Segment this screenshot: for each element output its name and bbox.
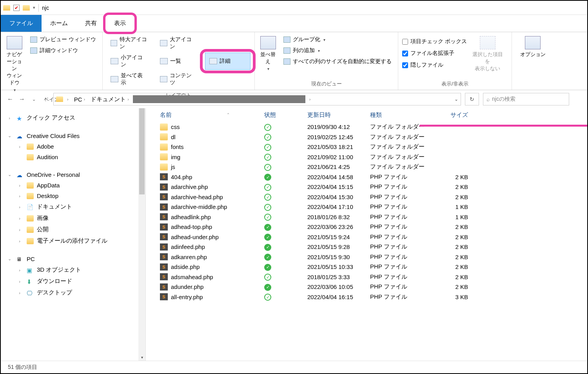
hidden-files-toggle[interactable]: 隠しファイル — [402, 60, 467, 70]
col-date[interactable]: 更新日時 — [307, 111, 370, 119]
ribbon-group-currentview-label: 現在のビュー — [255, 79, 398, 90]
sidebar-item[interactable]: ›Adobe — [1, 141, 145, 152]
tree-caret-icon[interactable]: › — [16, 290, 24, 295]
layout-small[interactable]: 小アイコン — [107, 53, 152, 70]
sort-button[interactable]: 並べ替え▾ — [259, 34, 277, 71]
file-row[interactable]: Sall-entry.php✓2022/04/04 16:15PHP ファイル3… — [158, 292, 587, 302]
sidebar-item[interactable]: ›電子メールの添付ファイル — [1, 235, 145, 247]
file-row[interactable]: js✓2021/06/21 4:25ファイル フォルダー — [158, 162, 587, 172]
scroll-down-icon[interactable]: ▾ — [138, 354, 145, 361]
sidebar-item[interactable]: ›⬇ダウンロード — [1, 276, 145, 287]
nav-pane-button[interactable]: ナビゲーション ウィンドウ▾ — [5, 34, 24, 92]
doc-icon: 📄 — [27, 204, 34, 210]
address-dropdown-icon[interactable]: ⌄ — [454, 96, 458, 102]
layout-tiles[interactable]: 並べて表示 — [107, 71, 152, 88]
annotation-underline — [419, 125, 587, 127]
file-row[interactable]: fonts✓2021/05/03 18:21ファイル フォルダー — [158, 142, 587, 152]
sidebar-item[interactable]: ›AppData — [1, 180, 145, 191]
search-input[interactable]: ⌕ njcの検索 — [483, 93, 569, 105]
sidebar-item[interactable]: ⌄☁Creative Cloud Files — [1, 131, 145, 141]
sidebar-item[interactable]: ›画像 — [1, 212, 145, 224]
sidebar-scrollbar[interactable]: ▴ ▾ — [138, 108, 145, 361]
tree-caret-icon[interactable]: ⌄ — [5, 256, 13, 261]
breadcrumb-documents[interactable]: ドキュメント› — [89, 96, 131, 103]
sidebar-item[interactable]: Audition — [1, 152, 145, 162]
layout-content[interactable]: コンテンツ — [156, 71, 201, 88]
qat-overflow-icon[interactable]: ▾ — [33, 5, 35, 10]
up-button[interactable]: ↑ — [42, 95, 49, 103]
sidebar-item[interactable]: ›📄ドキュメント — [1, 201, 145, 212]
scrollbar-thumb[interactable] — [139, 108, 145, 194]
layout-details[interactable]: 詳細 — [205, 53, 250, 70]
back-button[interactable]: ← — [6, 95, 14, 103]
address-folder-icon — [56, 96, 63, 102]
file-row[interactable]: Sadarchive.php✓2022/04/04 15:15PHP ファイル2… — [158, 182, 587, 192]
titlebar: ✔ ▾ njc — [1, 1, 587, 15]
sidebar-item[interactable]: ›🖵デスクトップ — [1, 287, 145, 298]
forward-button[interactable]: → — [18, 95, 26, 103]
sidebar-item[interactable]: ›★クイック アクセス — [1, 112, 145, 123]
sidebar-item[interactable]: ⌄🖥PC — [1, 254, 145, 264]
file-row[interactable]: Sadsmahead.php✓2018/01/25 3:33PHP ファイル2 … — [158, 272, 587, 282]
preview-pane-button[interactable]: プレビュー ウィンドウ — [28, 35, 98, 44]
tree-caret-icon[interactable]: › — [16, 268, 24, 272]
file-row[interactable]: Sadinfeed.php✓2021/05/15 9:28PHP ファイル2 K… — [158, 242, 587, 252]
tree-caret-icon[interactable]: › — [16, 216, 24, 221]
ribbon-tabs: ファイル ホーム 共有 表示 — [1, 15, 587, 32]
file-extensions-toggle[interactable]: ファイル名拡張子 — [402, 49, 467, 58]
qat-checkbox-icon[interactable]: ✔ — [13, 5, 20, 11]
file-row[interactable]: Sadarchive-head.php✓2022/04/04 15:30PHP … — [158, 192, 587, 202]
col-state[interactable]: 状態 — [264, 111, 307, 119]
sidebar-item[interactable]: ›Desktop — [1, 191, 145, 201]
col-size[interactable]: サイズ — [437, 111, 472, 119]
file-row[interactable]: css✓2019/09/30 4:12ファイル フォルダー — [158, 122, 587, 132]
options-button[interactable]: オプション — [516, 34, 550, 58]
breadcrumb-pc[interactable]: PC› — [73, 96, 87, 103]
tree-caret-icon[interactable]: › — [16, 227, 24, 232]
tree-caret-icon[interactable]: › — [16, 279, 24, 284]
file-row[interactable]: Sadunder.php✓2022/03/06 10:05PHP ファイル2 K… — [158, 282, 587, 292]
tree-caret-icon[interactable]: › — [16, 183, 24, 188]
tree-caret-icon[interactable]: › — [16, 194, 24, 198]
col-name[interactable]: 名前⌃ — [158, 111, 264, 119]
tree-caret-icon[interactable]: ⌄ — [5, 133, 13, 138]
add-columns-button[interactable]: 列の追加▾ — [281, 46, 394, 55]
file-row[interactable]: S404.php✓2022/04/04 14:58PHP ファイル2 KB — [158, 172, 587, 182]
file-row[interactable]: Sadheadlink.php✓2018/01/26 8:32PHP ファイル1… — [158, 212, 587, 222]
item-checkboxes-toggle[interactable]: 項目チェック ボックス — [402, 37, 467, 46]
sidebar-item[interactable]: ›公開 — [1, 224, 145, 235]
tab-view[interactable]: 表示 — [105, 15, 134, 32]
qat-folder-icon[interactable] — [23, 5, 30, 11]
history-dropdown[interactable]: ⌄ — [30, 95, 38, 103]
file-row[interactable]: dl✓2019/02/25 12:45ファイル フォルダー — [158, 132, 587, 142]
col-type[interactable]: 種類 — [370, 111, 437, 119]
tree-caret-icon[interactable]: › — [5, 116, 13, 120]
address-bar[interactable]: › PC› ドキュメント› › ⌄ — [53, 93, 461, 105]
file-row[interactable]: Sadside.php✓2021/05/15 10:33PHP ファイル2 KB — [158, 262, 587, 272]
file-date: 2019/09/30 4:12 — [307, 123, 370, 130]
layout-large[interactable]: 大アイコン — [156, 34, 201, 52]
tab-file[interactable]: ファイル — [1, 15, 42, 32]
file-row[interactable]: img✓2021/09/02 11:00ファイル フォルダー — [158, 152, 587, 162]
tab-share[interactable]: 共有 — [76, 15, 105, 32]
tab-home[interactable]: ホーム — [42, 15, 76, 32]
layout-list[interactable]: 一覧 — [156, 53, 201, 70]
cloud-icon: ☁ — [16, 172, 24, 178]
refresh-button[interactable]: ↻ — [465, 93, 479, 105]
fit-columns-button[interactable]: すべての列のサイズを自動的に変更する — [281, 57, 394, 66]
tree-caret-icon[interactable]: ⌄ — [5, 172, 13, 177]
file-row[interactable]: Sadhead-top.php✓2022/03/06 23:26PHP ファイル… — [158, 222, 587, 232]
breadcrumb-tail[interactable]: › — [308, 97, 312, 102]
tree-caret-icon[interactable]: › — [16, 239, 24, 243]
details-pane-button[interactable]: 詳細ウィンドウ — [28, 46, 98, 55]
file-row[interactable]: Sadhead-under.php✓2021/05/15 9:24PHP ファイ… — [158, 232, 587, 242]
file-row[interactable]: Sadkanren.php✓2021/05/15 9:30PHP ファイル2 K… — [158, 252, 587, 262]
sidebar-item[interactable]: ›▣3D オブジェクト — [1, 264, 145, 276]
file-row[interactable]: Sadarchive-middle.php✓2022/04/04 17:10PH… — [158, 202, 587, 212]
layout-extra-large[interactable]: 特大アイコン — [107, 34, 152, 52]
breadcrumb-root[interactable]: › — [65, 97, 70, 102]
tree-caret-icon[interactable]: › — [16, 205, 24, 209]
tree-caret-icon[interactable]: › — [16, 144, 24, 149]
group-by-button[interactable]: グループ化▾ — [281, 35, 394, 44]
sidebar-item[interactable]: ⌄☁OneDrive - Personal — [1, 169, 145, 180]
